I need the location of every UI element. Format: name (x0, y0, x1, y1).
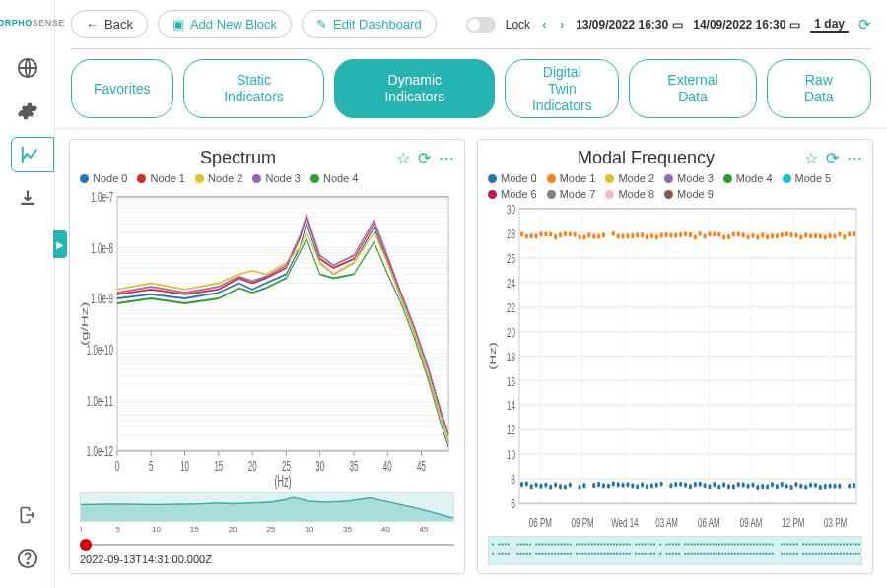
tab-favorites[interactable]: Favorites (71, 59, 173, 118)
slider-thumb[interactable] (80, 539, 92, 551)
svg-rect-428 (769, 544, 771, 546)
more-icon[interactable]: ⋯ (439, 149, 454, 167)
svg-point-260 (824, 235, 827, 240)
refresh-icon[interactable]: ⟳ (826, 149, 839, 167)
range-select[interactable]: 1 day (810, 17, 849, 33)
plus-block-icon: ▣ (172, 17, 184, 32)
star-icon[interactable]: ☆ (804, 149, 818, 167)
svg-rect-352 (641, 544, 643, 546)
tab-static-indicators[interactable]: Static Indicators (183, 59, 325, 118)
legend-item[interactable]: Node 2 (195, 172, 242, 184)
sidebar: MORPHOSENSE ▶ (0, 0, 55, 588)
svg-rect-296 (548, 544, 550, 546)
svg-rect-386 (703, 544, 705, 546)
svg-point-231 (684, 231, 687, 236)
more-icon[interactable]: ⋯ (847, 149, 862, 167)
svg-rect-315 (579, 553, 580, 555)
svg-text:10: 10 (152, 525, 161, 534)
svg-point-262 (833, 234, 836, 239)
svg-point-254 (794, 233, 797, 238)
svg-rect-325 (594, 553, 596, 555)
svg-rect-282 (523, 544, 525, 546)
date-prev-button[interactable]: ‹ (540, 18, 548, 32)
svg-point-175 (742, 483, 745, 488)
tab-external-data[interactable]: External Data (629, 59, 756, 118)
svg-text:28: 28 (507, 227, 515, 241)
date-next-button[interactable]: › (558, 18, 566, 32)
modal-chart[interactable]: 30282624222018161412108606 PM09 PMWed 14… (488, 202, 862, 534)
svg-point-132 (520, 482, 523, 487)
legend-item[interactable]: Mode 1 (547, 172, 596, 184)
legend-item[interactable]: Mode 6 (488, 188, 537, 200)
logout-icon[interactable] (10, 497, 45, 533)
back-button[interactable]: ← Back (71, 10, 148, 38)
svg-point-243 (742, 232, 745, 237)
svg-text:20: 20 (229, 525, 238, 534)
date-from-input[interactable]: 13/09/2022 16:30 ▭ (576, 18, 683, 32)
svg-rect-464 (834, 544, 836, 546)
svg-point-164 (689, 484, 692, 489)
legend-item[interactable]: Mode 0 (488, 172, 537, 184)
legend-item[interactable]: Mode 4 (723, 172, 773, 184)
svg-rect-348 (635, 544, 637, 546)
star-icon[interactable]: ☆ (396, 149, 410, 167)
legend-item[interactable]: Mode 8 (605, 188, 654, 200)
svg-point-179 (761, 484, 764, 489)
legend-item[interactable]: Mode 5 (783, 172, 832, 184)
divider (71, 48, 871, 49)
globe-icon[interactable] (10, 50, 45, 86)
svg-rect-330 (604, 544, 606, 546)
svg-point-167 (704, 483, 707, 488)
legend-item[interactable]: Mode 9 (664, 188, 714, 200)
legend-item[interactable]: Node 4 (310, 172, 358, 184)
spectrum-minimap[interactable] (80, 492, 454, 522)
svg-rect-269 (492, 553, 494, 555)
legend-item[interactable]: Mode 7 (547, 188, 596, 200)
svg-rect-314 (579, 544, 580, 546)
svg-rect-364 (666, 544, 668, 546)
refresh-icon[interactable]: ⟳ (418, 149, 431, 167)
svg-rect-356 (648, 544, 649, 546)
svg-rect-328 (600, 544, 602, 546)
svg-rect-409 (737, 553, 739, 555)
edit-dashboard-button[interactable]: ✎ Edit Dashboard (302, 10, 437, 38)
svg-rect-372 (678, 544, 680, 546)
download-icon[interactable] (10, 180, 45, 216)
svg-point-210 (578, 234, 580, 239)
legend-item[interactable]: Node 1 (137, 172, 184, 184)
lock-toggle[interactable] (466, 17, 496, 33)
date-to-input[interactable]: 14/09/2022 16:30 ▭ (693, 18, 800, 32)
svg-point-214 (597, 234, 600, 239)
spectrum-chart[interactable]: 1.0e-71.0e-81.0e-91.0e-101.0e-111.0e-120… (80, 186, 454, 490)
svg-rect-344 (626, 544, 628, 546)
svg-rect-299 (551, 553, 553, 555)
svg-rect-448 (808, 544, 810, 546)
svg-text:10: 10 (507, 448, 515, 463)
modal-legend: Mode 0Mode 1Mode 2Mode 3Mode 4Mode 5Mode… (488, 172, 862, 200)
svg-rect-339 (616, 553, 618, 555)
legend-item[interactable]: Mode 3 (664, 172, 714, 184)
chart-icon[interactable] (11, 137, 54, 172)
svg-rect-276 (508, 544, 510, 546)
tab-digital-twin-indicators[interactable]: Digital TwinIndicators (505, 59, 619, 118)
svg-rect-271 (498, 553, 500, 555)
svg-text:30: 30 (507, 202, 515, 216)
legend-item[interactable]: Mode 2 (605, 172, 654, 184)
gear-icon[interactable] (10, 94, 45, 129)
tab-dynamic-indicators[interactable]: Dynamic Indicators (334, 59, 495, 118)
svg-point-188 (804, 485, 807, 490)
time-slider[interactable] (80, 538, 454, 552)
svg-point-259 (819, 234, 822, 239)
svg-rect-460 (827, 544, 829, 546)
svg-text:40: 40 (383, 457, 392, 473)
svg-point-176 (746, 484, 749, 489)
tab-raw-data[interactable]: Raw Data (767, 59, 871, 118)
modal-minimap[interactable] (488, 536, 862, 565)
help-icon[interactable] (10, 541, 45, 576)
refresh-icon[interactable]: ⟳ (858, 16, 871, 33)
add-block-button[interactable]: ▣ Add New Block (158, 10, 292, 38)
svg-point-178 (756, 485, 759, 490)
expand-sidebar-handle[interactable]: ▶ (53, 230, 67, 258)
legend-item[interactable]: Node 0 (80, 172, 127, 184)
legend-item[interactable]: Node 3 (252, 172, 300, 184)
